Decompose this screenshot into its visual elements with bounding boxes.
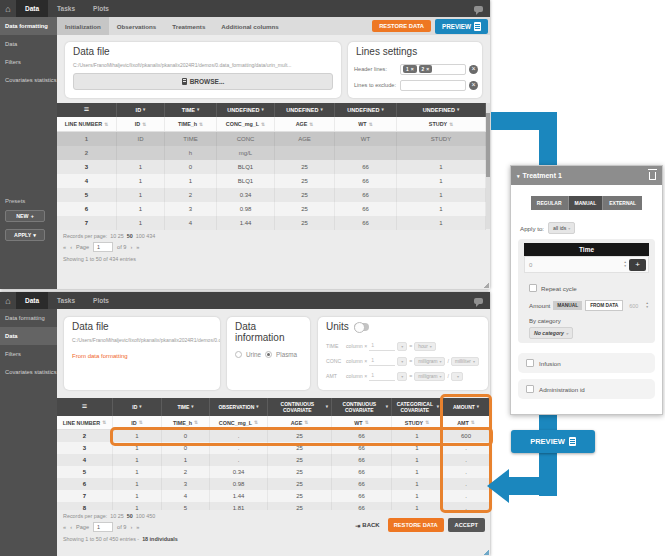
table-menu-cell[interactable]: ≡ — [57, 103, 117, 117]
sidebar-item-covariates-statistics[interactable]: Covariates statistics — [0, 363, 57, 381]
unit-scale-select[interactable]: ▾ — [397, 357, 407, 366]
clear-header-lines-icon[interactable]: × — [469, 65, 478, 74]
accept-button[interactable]: ACCEPT — [448, 518, 485, 532]
sort-icon[interactable]: ⇅ — [139, 420, 143, 425]
sidebar-item-data-formatting[interactable]: Data formatting — [0, 309, 57, 327]
treatment-header[interactable]: ▾ Treatment 1 — [511, 166, 662, 185]
records-options[interactable]: 10 25 — [110, 513, 124, 519]
table-menu-cell[interactable]: ≡ — [57, 398, 113, 416]
remove-icon[interactable]: × — [411, 66, 414, 72]
sort-icon[interactable]: ⇅ — [471, 420, 475, 425]
table-row[interactable]: 411BLQ125661 — [57, 174, 486, 188]
table-row[interactable]: 310.25661. — [57, 442, 490, 454]
time-stepper[interactable]: ▴▾ — [621, 261, 629, 267]
preview-overlay-button[interactable]: PREVIEW — [511, 430, 595, 453]
clear-exclude-lines-icon[interactable]: × — [469, 81, 478, 90]
back-button[interactable]: ⇥BACK — [351, 519, 383, 532]
page-input[interactable]: 1 — [93, 522, 113, 532]
column-type-observation[interactable]: OBSERVATION▾ — [210, 398, 268, 416]
tab-plots[interactable]: Plots — [84, 0, 118, 17]
administration-id-checkbox[interactable] — [526, 385, 534, 393]
column-type-time[interactable]: TIME▾ — [165, 103, 217, 117]
table-row[interactable]: 6130.9825661. — [57, 478, 490, 490]
restore-data-button[interactable]: RESTORE DATA — [372, 20, 431, 32]
restore-data-button[interactable]: RESTORE DATA — [388, 518, 444, 532]
column-type-undefined[interactable]: UNDEFINED▾ — [275, 103, 335, 117]
unit-select[interactable]: milligram▾ — [414, 357, 445, 366]
lines-exclude-input[interactable] — [400, 80, 466, 91]
sort-icon[interactable]: ⇅ — [104, 122, 108, 127]
add-dose-button[interactable]: + — [629, 259, 646, 271]
resize-grip[interactable] — [483, 549, 489, 555]
table-row[interactable]: 5120.3425661. — [57, 466, 490, 478]
feedback-bubble-icon[interactable] — [474, 298, 483, 304]
unit-scale-select[interactable]: ▾ — [397, 372, 407, 381]
scrollbar-thumb[interactable] — [486, 113, 490, 177]
records-options[interactable]: 100 434 — [136, 233, 156, 239]
tab-data[interactable]: Data — [16, 292, 48, 309]
table-row[interactable]: 411.25661. — [57, 454, 490, 466]
unit-select[interactable]: ▾ — [451, 372, 463, 381]
header-line-chip[interactable]: 2× — [419, 65, 433, 73]
next-page-icon[interactable]: › — [130, 524, 132, 530]
column-type-time[interactable]: TIME▾ — [162, 398, 210, 416]
column-type-id[interactable]: ID▾ — [113, 398, 162, 416]
sort-icon[interactable]: ⇅ — [102, 420, 106, 425]
tab-plots[interactable]: Plots — [84, 292, 118, 309]
infusion-checkbox[interactable] — [526, 359, 534, 367]
subtab-treatments[interactable]: Treatments — [164, 17, 213, 35]
sidebar-item-filters[interactable]: Filters — [0, 53, 57, 71]
browse-button[interactable]: BROWSE... — [73, 73, 333, 90]
sort-icon[interactable]: ⇅ — [142, 122, 146, 127]
amount-value-input[interactable]: 600 — [629, 303, 638, 309]
unit-select[interactable]: hour▾ — [414, 342, 436, 351]
sort-icon[interactable]: ⇅ — [199, 122, 203, 127]
column-header-age[interactable]: AGE⇅ — [268, 416, 332, 429]
header-lines-input[interactable]: 1× 2× — [400, 64, 466, 75]
column-type-undefined[interactable]: UNDEFINED▾ — [397, 103, 486, 117]
records-options[interactable]: 100 450 — [136, 513, 156, 519]
column-header-age[interactable]: AGE⇅ — [275, 117, 335, 131]
unit-value-input[interactable]: 1 — [369, 342, 395, 351]
subtab-observations[interactable]: Observations — [109, 17, 165, 35]
trash-icon[interactable] — [649, 172, 656, 180]
repeat-cycle-checkbox[interactable] — [529, 284, 537, 292]
sort-icon[interactable]: ⇅ — [369, 122, 373, 127]
column-header-id[interactable]: ID⇅ — [117, 117, 165, 131]
preview-button[interactable]: PREVIEW — [435, 19, 488, 34]
sort-icon[interactable]: ⇅ — [449, 122, 453, 127]
records-selected[interactable]: 50 — [127, 233, 133, 239]
last-page-icon[interactable]: » — [136, 244, 139, 250]
prev-page-icon[interactable]: ‹ — [70, 524, 72, 530]
unit-scale-select[interactable]: ▾ — [397, 342, 407, 351]
resize-grip[interactable] — [483, 282, 489, 288]
feedback-bubble-icon[interactable] — [474, 6, 483, 12]
records-options[interactable]: 10 25 — [110, 233, 124, 239]
page-input[interactable]: 1 — [93, 242, 113, 252]
sort-icon[interactable]: ⇅ — [309, 122, 313, 127]
unit-value-input[interactable]: 1 — [369, 357, 395, 366]
prev-page-icon[interactable]: ‹ — [70, 244, 72, 250]
subtab-additional-columns[interactable]: Additional columns — [213, 17, 286, 35]
mode-regular-button[interactable]: REGULAR — [531, 196, 568, 210]
sidebar-item-covariates-statistics[interactable]: Covariates statistics — [0, 71, 57, 89]
sidebar-item-data[interactable]: Data — [0, 327, 57, 345]
header-line-chip[interactable]: 1× — [403, 65, 417, 73]
new-preset-button[interactable]: NEW+ — [5, 210, 45, 222]
table-row[interactable]: 2hmg/L — [57, 146, 486, 160]
column-header-wt[interactable]: WT⇅ — [332, 416, 392, 429]
category-select[interactable]: No category▾ — [529, 327, 573, 339]
subtab-initialization[interactable]: Initialization — [57, 17, 109, 35]
mode-external-button[interactable]: EXTERNAL — [602, 196, 642, 210]
table-row[interactable]: 7141.4425661. — [57, 490, 490, 502]
next-page-icon[interactable]: › — [130, 244, 132, 250]
table-row[interactable]: 1IDTIMECONCAGEWTSTUDY — [57, 132, 486, 146]
column-type-continuous-covariate[interactable]: CONTINUOUS COVARIATE▾ — [332, 398, 392, 416]
first-page-icon[interactable]: « — [63, 524, 66, 530]
home-icon[interactable]: ⌂ — [0, 0, 16, 17]
column-header-time[interactable]: TIME_h⇅ — [162, 416, 210, 429]
column-header-study[interactable]: STUDY⇅ — [397, 117, 486, 131]
column-header-id[interactable]: ID⇅ — [113, 416, 162, 429]
mode-manual-button[interactable]: MANUAL — [568, 196, 603, 210]
apply-preset-button[interactable]: APPLY▾ — [5, 229, 45, 241]
